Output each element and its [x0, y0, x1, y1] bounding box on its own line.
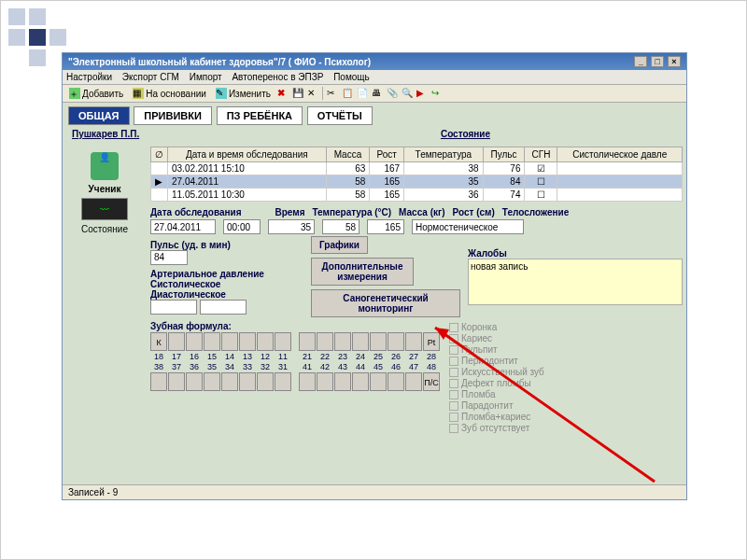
- window-title: "Электронный школьный кабинет здоровья"/…: [68, 57, 371, 67]
- diastolic-field[interactable]: [200, 300, 247, 315]
- col-temp: Температура: [404, 147, 483, 162]
- date-field[interactable]: [150, 219, 216, 234]
- menu-item[interactable]: Экспорт СГМ: [122, 72, 179, 82]
- temp-field[interactable]: [268, 219, 315, 234]
- paste-icon[interactable]: 📄: [357, 88, 368, 99]
- bp-label: Артериальное давление: [150, 269, 294, 279]
- sanogenetic-button[interactable]: Саногенетический мониторинг: [311, 289, 460, 317]
- dental-label: Зубная формула:: [150, 321, 440, 331]
- edit-button[interactable]: ✎Изменить: [213, 87, 274, 100]
- time-label: Время: [275, 207, 304, 217]
- col-pulse: Пульс: [483, 147, 525, 162]
- col-datetime: Дата и время обследования: [168, 147, 327, 162]
- menu-item[interactable]: Импорт: [190, 72, 222, 82]
- app-window: "Электронный школьный кабинет здоровья"/…: [62, 52, 687, 500]
- print-icon[interactable]: 🖶: [372, 88, 383, 99]
- menu-item[interactable]: Автоперенос в ЭПЗР: [232, 72, 323, 82]
- search-icon[interactable]: 🔍: [402, 88, 413, 99]
- col-flag: ∅: [151, 147, 168, 162]
- dental-upper-row: К Pt: [150, 332, 440, 351]
- student-label: Ученик: [68, 184, 141, 194]
- copy-icon[interactable]: 📋: [342, 88, 353, 99]
- menu-item[interactable]: Настройки: [66, 72, 112, 82]
- table-row: 03.02.2011 15:10631673876☑: [151, 162, 683, 175]
- tab-reports[interactable]: ОТЧЁТЫ: [307, 106, 373, 125]
- dental-checklist: Коронка Кариес Пульпит Периодонтит Искус…: [449, 321, 544, 434]
- close-button[interactable]: ×: [668, 56, 681, 67]
- height-label: Рост (см): [453, 207, 495, 217]
- status-bar: Записей - 9: [63, 484, 686, 499]
- delete-icon[interactable]: ✖: [277, 88, 289, 99]
- tooth-pt[interactable]: Pt: [423, 332, 440, 351]
- state-link[interactable]: Состояние: [441, 129, 490, 139]
- table-row: 11.05.2011 10:30581653674☐: [151, 189, 683, 202]
- col-mass: Масса: [326, 147, 370, 162]
- based-on-button[interactable]: ▦На основании: [130, 87, 209, 100]
- state-icon[interactable]: 〰: [81, 198, 128, 220]
- complaints-field[interactable]: новая запись: [468, 259, 683, 305]
- add-button[interactable]: ＋Добавить: [66, 87, 126, 100]
- student-name-link[interactable]: Пушкарев П.П.: [72, 129, 139, 139]
- tabs: ОБЩАЯ ПРИВИВКИ ПЗ РЕБЁНКА ОТЧЁТЫ: [63, 103, 686, 125]
- table-row: ▶27.04.2011581653584☐: [151, 175, 683, 189]
- time-field[interactable]: [223, 219, 261, 234]
- menubar: Настройки Экспорт СГМ Импорт Автоперенос…: [63, 70, 686, 85]
- exit-icon[interactable]: ↪: [431, 88, 443, 99]
- col-sgn: СГН: [525, 147, 557, 162]
- state-label: Состояние: [68, 224, 141, 234]
- tab-child[interactable]: ПЗ РЕБЁНКА: [217, 106, 303, 125]
- titlebar: "Электронный школьный кабинет здоровья"/…: [63, 53, 686, 70]
- charts-button[interactable]: Графики: [311, 236, 368, 254]
- toolbar: ＋Добавить ▦На основании ✎Изменить ✖ 💾 ✕ …: [63, 85, 686, 103]
- extra-measurements-button[interactable]: Дополнительные измерения: [311, 258, 414, 286]
- complaints-label: Жалобы: [468, 248, 683, 259]
- tab-vaccines[interactable]: ПРИВИВКИ: [134, 106, 212, 125]
- date-label: Дата обследования: [150, 207, 241, 217]
- export-icon[interactable]: ▶: [416, 88, 428, 99]
- cut-icon[interactable]: ✂: [327, 88, 338, 99]
- student-icon[interactable]: 👤: [91, 152, 119, 180]
- temp-label: Температура (°C): [312, 207, 391, 217]
- pulse-field[interactable]: [150, 250, 188, 265]
- menu-item[interactable]: Помощь: [333, 72, 370, 82]
- body-field[interactable]: [412, 219, 524, 234]
- col-height: Рост: [370, 147, 404, 162]
- attach-icon[interactable]: 📎: [387, 88, 398, 99]
- tooth-ps[interactable]: П/С: [423, 372, 440, 391]
- maximize-button[interactable]: □: [651, 56, 664, 67]
- dental-lower-row: П/С: [150, 372, 440, 391]
- main-area: ∅ Дата и время обследования Масса Рост Т…: [147, 143, 686, 479]
- tab-general[interactable]: ОБЩАЯ: [68, 106, 130, 125]
- save-icon[interactable]: 💾: [292, 88, 303, 99]
- side-panel: 👤 Ученик 〰 Состояние: [63, 143, 147, 479]
- body-label: Телосложение: [502, 207, 569, 217]
- tooth-k[interactable]: К: [150, 332, 167, 351]
- col-systolic: Систолическое давле: [557, 147, 683, 162]
- mass-field[interactable]: [322, 219, 359, 234]
- minimize-button[interactable]: _: [634, 56, 647, 67]
- systolic-field[interactable]: [150, 300, 197, 315]
- pulse-label: Пульс (уд. в мин): [150, 240, 294, 250]
- height-field[interactable]: [367, 219, 404, 234]
- exams-table[interactable]: ∅ Дата и время обследования Масса Рост Т…: [150, 147, 683, 202]
- mass-label: Масса (кг): [399, 207, 444, 217]
- cancel-icon[interactable]: ✕: [307, 88, 318, 99]
